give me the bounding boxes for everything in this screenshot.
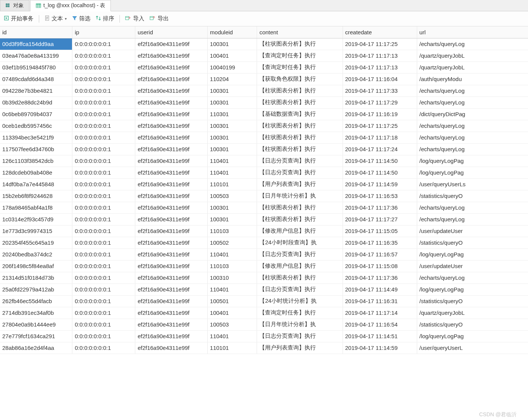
cell-id[interactable]: 2714db391ec34af0b (0, 307, 72, 319)
cell-userid[interactable]: ef2f16a90e4311e99f (135, 155, 208, 167)
filter-button[interactable]: 筛选 (72, 15, 90, 22)
cell-createdate[interactable]: 2019-04-17 11:14:50 (343, 167, 417, 178)
cell-ip[interactable]: 0:0:0:0:0:0:0:1 (72, 202, 135, 213)
cell-content[interactable]: 【柱状图表分析】执行 (257, 202, 343, 213)
cell-moduleid[interactable]: 110101 (208, 178, 257, 190)
column-header-userid[interactable]: userid (135, 26, 208, 38)
cell-id[interactable]: 0c6beb89709b4037 (0, 108, 72, 120)
cell-userid[interactable]: ef2f16a90e4311e99f (135, 237, 208, 248)
cell-userid[interactable]: ef2f16a90e4311e99f (135, 132, 208, 143)
cell-createdate[interactable]: 2019-04-17 11:17:27 (343, 213, 417, 225)
cell-id[interactable]: 25a0fd22979a412ab (0, 284, 72, 295)
column-header-moduleid[interactable]: moduleid (208, 26, 257, 38)
cell-id[interactable]: 28ab86a16e2d4f4aa (0, 342, 72, 354)
cell-ip[interactable]: 0:0:0:0:0:0:0:1 (72, 120, 135, 132)
cell-content[interactable]: 【查询定时任务】执行 (257, 61, 343, 73)
cell-url[interactable]: /user/updateUser (417, 260, 528, 272)
cell-ip[interactable]: 0:0:0:0:0:0:0:1 (72, 225, 135, 237)
cell-createdate[interactable]: 2019-04-17 11:17:36 (343, 202, 417, 213)
cell-createdate[interactable]: 2019-04-17 11:15:08 (343, 260, 417, 272)
table-row[interactable]: 03ef1b95194845f7800:0:0:0:0:0:0:1ef2f16a… (0, 61, 528, 73)
cell-ip[interactable]: 0:0:0:0:0:0:0:1 (72, 330, 135, 342)
cell-userid[interactable]: ef2f16a90e4311e99f (135, 190, 208, 202)
cell-url[interactable]: /echarts/queryLog (417, 143, 528, 155)
cell-url[interactable]: /statistics/queryO (417, 190, 528, 202)
cell-moduleid[interactable]: 100301 (208, 85, 257, 97)
cell-ip[interactable]: 0:0:0:0:0:0:0:1 (72, 50, 135, 61)
table-row[interactable]: 25a0fd22979a412ab0:0:0:0:0:0:0:1ef2f16a9… (0, 284, 528, 295)
cell-id[interactable]: 126c1103f38542dcb (0, 155, 72, 167)
cell-moduleid[interactable]: 110301 (208, 108, 257, 120)
cell-id[interactable]: 00d3f9ffca154dd9aa (0, 38, 72, 50)
cell-content[interactable]: 【基础数据查询】执行 (257, 108, 343, 120)
column-header-ip[interactable]: ip (72, 26, 135, 38)
cell-content[interactable]: 【修改用户信息】执行 (257, 260, 343, 272)
cell-id[interactable]: 21314d51f0184d73b (0, 272, 72, 284)
cell-moduleid[interactable]: 110103 (208, 260, 257, 272)
cell-content[interactable]: 【柱状图表分析】执行 (257, 272, 343, 284)
cell-ip[interactable]: 0:0:0:0:0:0:0:1 (72, 61, 135, 73)
cell-url[interactable]: /echarts/queryLog (417, 85, 528, 97)
cell-userid[interactable]: ef2f16a90e4311e99f (135, 319, 208, 330)
cell-createdate[interactable]: 2019-04-17 11:16:57 (343, 248, 417, 260)
cell-ip[interactable]: 0:0:0:0:0:0:0:1 (72, 342, 135, 354)
cell-createdate[interactable]: 2019-04-17 11:16:53 (343, 190, 417, 202)
cell-content[interactable]: 【获取角色权限】执行 (257, 73, 343, 85)
cell-moduleid[interactable]: 100301 (208, 120, 257, 132)
cell-content[interactable]: 【24小时时段查询】执 (257, 237, 343, 248)
cell-content[interactable]: 【用户列表查询】执行 (257, 178, 343, 190)
table-row[interactable]: 07489cdafd6d4a3480:0:0:0:0:0:0:1ef2f16a9… (0, 73, 528, 85)
cell-moduleid[interactable]: 110101 (208, 342, 257, 354)
cell-moduleid[interactable]: 110401 (208, 284, 257, 295)
column-header-createdate[interactable]: createdate (343, 26, 417, 38)
cell-createdate[interactable]: 2019-04-17 11:16:04 (343, 73, 417, 85)
cell-url[interactable]: /quartz/queryJobL (417, 61, 528, 73)
cell-ip[interactable]: 0:0:0:0:0:0:0:1 (72, 97, 135, 108)
table-row[interactable]: 0c6beb89709b40370:0:0:0:0:0:0:1ef2f16a90… (0, 108, 528, 120)
cell-ip[interactable]: 0:0:0:0:0:0:0:1 (72, 108, 135, 120)
cell-id[interactable]: 1e773d3c99974315 (0, 225, 72, 237)
cell-content[interactable]: 【日志分页查询】执行 (257, 167, 343, 178)
cell-content[interactable]: 【柱状图表分析】执行 (257, 132, 343, 143)
cell-url[interactable]: /statistics/queryO (417, 319, 528, 330)
cell-moduleid[interactable]: 110401 (208, 248, 257, 260)
column-header-id[interactable]: id (0, 26, 72, 38)
cell-userid[interactable]: ef2f16a90e4311e99f (135, 272, 208, 284)
cell-url[interactable]: /log/queryLogPag (417, 155, 528, 167)
cell-content[interactable]: 【日月年统计分析】执 (257, 319, 343, 330)
cell-moduleid[interactable]: 110204 (208, 73, 257, 85)
cell-moduleid[interactable]: 100502 (208, 237, 257, 248)
cell-url[interactable]: /statistics/queryO (417, 237, 528, 248)
tab-objects[interactable]: 对象 (0, 0, 29, 11)
table-row[interactable]: 128dcdeb09ab408e0:0:0:0:0:0:0:1ef2f16a90… (0, 167, 528, 178)
cell-id[interactable]: 14df0ba7a7e445848 (0, 178, 72, 190)
cell-content[interactable]: 【柱状图表分析】执行 (257, 143, 343, 155)
cell-id[interactable]: 07489cdafd6d4a348 (0, 73, 72, 85)
cell-moduleid[interactable]: 110401 (208, 155, 257, 167)
cell-ip[interactable]: 0:0:0:0:0:0:0:1 (72, 38, 135, 50)
cell-userid[interactable]: ef2f16a90e4311e99f (135, 284, 208, 295)
cell-url[interactable]: /echarts/queryLog (417, 132, 528, 143)
cell-userid[interactable]: ef2f16a90e4311e99f (135, 213, 208, 225)
cell-userid[interactable]: ef2f16a90e4311e99f (135, 202, 208, 213)
cell-moduleid[interactable]: 10040199 (208, 61, 257, 73)
cell-createdate[interactable]: 2019-04-17 11:17:13 (343, 61, 417, 73)
cell-url[interactable]: /log/queryLogPag (417, 330, 528, 342)
cell-ip[interactable]: 0:0:0:0:0:0:0:1 (72, 167, 135, 178)
cell-ip[interactable]: 0:0:0:0:0:0:0:1 (72, 73, 135, 85)
cell-createdate[interactable]: 2019-04-17 11:16:54 (343, 319, 417, 330)
cell-moduleid[interactable]: 110401 (208, 330, 257, 342)
table-row[interactable]: 21314d51f0184d73b0:0:0:0:0:0:0:1ef2f16a9… (0, 272, 528, 284)
cell-url[interactable]: /user/queryUserLs (417, 178, 528, 190)
cell-id[interactable]: 262fb46ec55d4facb (0, 295, 72, 307)
cell-userid[interactable]: ef2f16a90e4311e99f (135, 307, 208, 319)
cell-createdate[interactable]: 2019-04-17 11:14:49 (343, 284, 417, 295)
table-row[interactable]: 27804e0a9b1444ee90:0:0:0:0:0:0:1ef2f16a9… (0, 319, 528, 330)
cell-ip[interactable]: 0:0:0:0:0:0:0:1 (72, 260, 135, 272)
cell-ip[interactable]: 0:0:0:0:0:0:0:1 (72, 143, 135, 155)
cell-id[interactable]: 113394bec3e5421f9 (0, 132, 72, 143)
table-row[interactable]: 00d3f9ffca154dd9aa0:0:0:0:0:0:0:1ef2f16a… (0, 38, 528, 50)
import-button[interactable]: 导入 (125, 15, 144, 22)
cell-content[interactable]: 【日志分页查询】执行 (257, 248, 343, 260)
cell-content[interactable]: 【柱状图表分析】执行 (257, 120, 343, 132)
